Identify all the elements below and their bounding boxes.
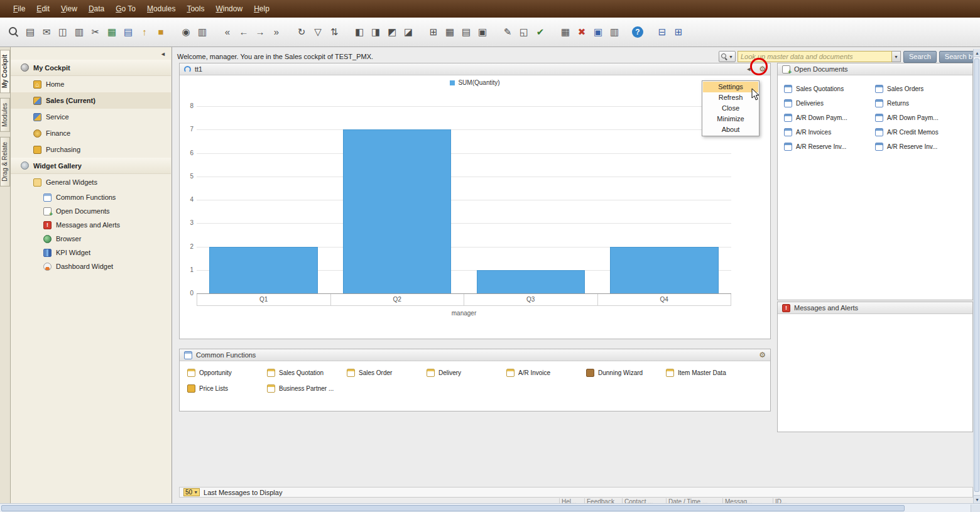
sidebar-item-kpi-widget[interactable]: KPI Widget: [11, 246, 171, 259]
sidebar-item-purchasing[interactable]: Purchasing: [11, 141, 171, 158]
open-document-link[interactable]: Returns: [875, 96, 966, 111]
menu-item-edit[interactable]: Edit: [31, 0, 55, 18]
clipboard-icon[interactable]: ▥: [72, 25, 87, 39]
lock-screen-icon[interactable]: ■: [153, 25, 168, 39]
context-menu-item-close[interactable]: Close: [703, 103, 758, 114]
wrench-icon[interactable]: ⚙: [759, 65, 766, 74]
vertical-scrollbar-thumb[interactable]: [974, 58, 979, 492]
scroll-up-arrow[interactable]: ▲: [974, 49, 980, 57]
sidebar-item-widget-gallery[interactable]: Widget Gallery: [11, 158, 171, 174]
sidebar-item-browser[interactable]: Browser: [11, 232, 171, 246]
grid-settings-icon[interactable]: ▦: [442, 25, 457, 39]
common-function-a-r-invoice[interactable]: A/R Invoice: [506, 369, 586, 377]
collapse-sidebar-icon[interactable]: ◄: [160, 51, 166, 57]
help-icon[interactable]: ?: [632, 26, 643, 38]
context-menu-item-about[interactable]: About: [703, 124, 758, 135]
screen-copy-icon[interactable]: ◫: [55, 25, 70, 39]
approve-document-icon[interactable]: ✔: [533, 25, 548, 39]
org-chart-icon[interactable]: ▥: [607, 25, 622, 39]
open-document-link[interactable]: A/R Down Paym...: [784, 111, 875, 125]
search-scope-button[interactable]: ▼: [719, 51, 736, 62]
wrench-icon[interactable]: ⚙: [759, 351, 766, 359]
export-excel-icon[interactable]: ▦: [104, 25, 119, 39]
common-function-item-master-data[interactable]: Item Master Data: [666, 369, 746, 377]
sort-table-icon[interactable]: ⇅: [327, 25, 342, 39]
sidebar-item-sales-current[interactable]: Sales (Current): [11, 92, 171, 109]
attachment-icon[interactable]: ◪: [401, 25, 416, 39]
document-table-icon[interactable]: ▤: [459, 25, 474, 39]
bar-q4[interactable]: [610, 247, 718, 294]
menu-item-modules[interactable]: Modules: [141, 0, 181, 18]
open-document-link[interactable]: A/R Down Paym...: [875, 111, 966, 125]
find-record-icon[interactable]: ◉: [178, 25, 193, 39]
search-button[interactable]: Search: [903, 51, 937, 63]
context-menu-item-settings[interactable]: Settings: [703, 82, 758, 92]
paste-special-icon[interactable]: ◨: [368, 25, 383, 39]
open-list-icon[interactable]: ▥: [195, 25, 210, 39]
scroll-down-arrow[interactable]: ▼: [974, 495, 980, 503]
menu-item-tools[interactable]: Tools: [181, 0, 210, 18]
open-window-icon[interactable]: ⊞: [671, 25, 686, 39]
menu-item-help[interactable]: Help: [248, 0, 275, 18]
menu-item-go-to[interactable]: Go To: [110, 0, 141, 18]
draft-document-icon[interactable]: ◱: [516, 25, 531, 39]
export-word-icon[interactable]: ▤: [121, 25, 136, 39]
sidebar-item-common-functions[interactable]: Common Functions: [11, 190, 171, 204]
email-icon[interactable]: ✉: [39, 25, 54, 39]
common-function-dunning-wizard[interactable]: Dunning Wizard: [586, 369, 666, 377]
picture-icon[interactable]: ▣: [591, 25, 606, 39]
cut-icon[interactable]: ✂: [88, 25, 103, 39]
launch-application-icon[interactable]: ↑: [137, 25, 152, 39]
open-document-link[interactable]: Deliveries: [784, 96, 875, 111]
side-tab-modules[interactable]: Modules: [0, 98, 10, 132]
cancel-event-icon[interactable]: ✖: [574, 25, 589, 39]
common-function-sales-quotation[interactable]: Sales Quotation: [267, 369, 347, 377]
common-function-business-partner[interactable]: Business Partner ...: [267, 384, 347, 393]
search-by-button[interactable]: Search by: [939, 51, 978, 63]
open-document-link[interactable]: A/R Invoices: [784, 125, 875, 139]
sidebar-item-dashboard-widget[interactable]: Dashboard Widget: [11, 259, 171, 273]
side-tab-my-cockpit[interactable]: My Cockpit: [0, 50, 10, 93]
open-document-link[interactable]: A/R Reserve Inv...: [784, 139, 875, 154]
search-input[interactable]: [738, 51, 892, 62]
sidebar-item-my-cockpit[interactable]: My Cockpit: [11, 60, 171, 76]
bar-q3[interactable]: [477, 270, 585, 293]
side-tab-drag-relate[interactable]: Drag & Relate: [0, 137, 10, 187]
common-function-sales-order[interactable]: Sales Order: [347, 369, 427, 377]
last-record-icon[interactable]: »: [269, 25, 284, 39]
sidebar-item-home[interactable]: Home: [11, 76, 171, 92]
sidebar-item-open-documents[interactable]: Open Documents: [11, 204, 171, 218]
edit-document-icon[interactable]: ✎: [500, 25, 515, 39]
open-module-icon[interactable]: ⊟: [655, 25, 670, 39]
first-record-icon[interactable]: «: [220, 25, 235, 39]
sidebar-item-finance[interactable]: Finance: [11, 125, 171, 141]
context-menu-item-refresh[interactable]: Refresh: [703, 92, 758, 103]
bar-q1[interactable]: [209, 247, 317, 294]
duplicate-record-icon[interactable]: ◩: [384, 25, 400, 39]
sidebar-item-messages-and-alerts[interactable]: Messages and Alerts: [11, 218, 171, 232]
messages-count-dropdown[interactable]: 50 ▼: [183, 488, 200, 496]
open-document-link[interactable]: A/R Credit Memos: [875, 125, 966, 139]
common-function-price-lists[interactable]: Price Lists: [187, 384, 267, 393]
menu-item-data[interactable]: Data: [83, 0, 110, 18]
previous-record-icon[interactable]: ←: [236, 25, 251, 39]
find-icon[interactable]: [6, 25, 21, 39]
horizontal-scrollbar-thumb[interactable]: [1, 505, 905, 511]
menu-item-window[interactable]: Window: [210, 0, 248, 18]
open-document-link[interactable]: Sales Quotations: [784, 82, 875, 96]
copy-special-icon[interactable]: ◧: [352, 25, 367, 39]
user-fields-icon[interactable]: ▣: [475, 25, 490, 39]
open-document-link[interactable]: A/R Reserve Inv...: [875, 139, 966, 154]
open-document-link[interactable]: Sales Orders: [875, 82, 966, 96]
calendar-icon[interactable]: ▦: [558, 25, 573, 39]
menu-item-view[interactable]: View: [55, 0, 83, 18]
back-arrow-icon[interactable]: ◄: [746, 66, 751, 72]
common-function-delivery[interactable]: Delivery: [427, 369, 506, 377]
common-function-opportunity[interactable]: Opportunity: [187, 369, 267, 377]
menu-item-file[interactable]: File: [8, 0, 31, 18]
filter-table-icon[interactable]: ▽: [310, 25, 325, 39]
next-record-icon[interactable]: →: [253, 25, 268, 39]
sidebar-item-service[interactable]: Service: [11, 109, 171, 125]
sidebar-item-general-widgets[interactable]: General Widgets: [11, 174, 171, 190]
form-settings-icon[interactable]: ⊞: [426, 25, 441, 39]
